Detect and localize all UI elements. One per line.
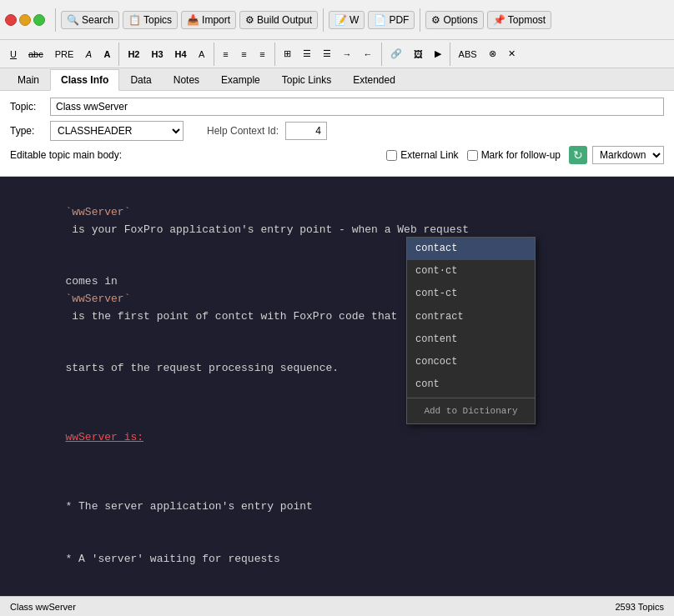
align-center-button[interactable]: ≡ — [236, 47, 253, 62]
tab-class-info[interactable]: Class Info — [50, 69, 119, 91]
right-controls: ↻ Markdown — [569, 146, 664, 164]
misc-btn3[interactable]: ⊗ — [484, 46, 501, 62]
external-link-checkbox[interactable] — [386, 150, 397, 161]
add-to-dictionary-button[interactable]: Add to Dictionary — [407, 400, 535, 423]
table-button[interactable]: ⊞ — [279, 46, 296, 62]
autocomplete-item-cont-ct[interactable]: cont·ct — [407, 260, 535, 283]
topics-label: Topics — [143, 14, 172, 26]
pdf-icon: 📄 — [374, 14, 386, 26]
fmt-sep2 — [214, 43, 214, 66]
app-window: 🔍 Search 📋 Topics 📥 Import ⚙ Build Outpu… — [0, 0, 674, 616]
build-output-button[interactable]: ⚙ Build Output — [239, 11, 318, 29]
mark-followup-checkbox-label[interactable]: Mark for follow-up — [467, 149, 561, 161]
align-right-button[interactable]: ≡ — [254, 47, 271, 62]
tab-topic-links[interactable]: Topic Links — [271, 69, 342, 91]
pre-button[interactable]: PRE — [50, 47, 79, 62]
code-span: wwServer is: — [65, 431, 143, 443]
autocomplete-item-contact[interactable]: contact — [407, 238, 535, 260]
bold-button[interactable]: A — [98, 47, 115, 62]
external-link-checkbox-label[interactable]: External Link — [386, 149, 458, 161]
tab-extended[interactable]: Extended — [342, 69, 406, 91]
status-bar: Class wwServer 2593 Topics — [0, 596, 674, 616]
link-button[interactable]: 🔗 — [385, 46, 407, 62]
search-button[interactable]: 🔍 Search — [61, 11, 119, 29]
code-span: comes in — [65, 275, 123, 288]
minimize-icon[interactable] — [19, 14, 31, 26]
topics-icon: 📋 — [128, 14, 141, 26]
word-label: W — [350, 14, 359, 26]
mark-followup-checkbox[interactable] — [467, 150, 478, 161]
tab-example[interactable]: Example — [210, 69, 271, 91]
editor-line-9: * Accepts COM or File based requests — [13, 585, 661, 596]
type-select[interactable]: CLASSHEADER — [50, 121, 184, 141]
autocomplete-item-contract[interactable]: contract — [407, 306, 535, 328]
word-button[interactable]: 📝 W — [329, 11, 365, 29]
maximize-icon[interactable] — [33, 14, 45, 26]
outdent-button[interactable]: ← — [359, 47, 378, 62]
underline-button[interactable]: U — [5, 47, 22, 62]
code-span: * A 'server' waiting for requests — [65, 553, 279, 565]
editor-line-3: starts of the request processing sequenc… — [13, 343, 661, 394]
view-mode-select[interactable]: Markdown — [592, 146, 664, 164]
fmt-sep3 — [274, 43, 275, 66]
editor-line-6 — [13, 464, 661, 482]
misc-btn4[interactable]: ✕ — [503, 46, 521, 62]
list-ul-button[interactable]: ☰ — [298, 46, 316, 62]
type-label: Type: — [10, 125, 43, 137]
autocomplete-dropdown: contact cont·ct cont-ct contract content… — [406, 237, 536, 424]
indent-button[interactable]: → — [338, 47, 357, 62]
autocomplete-divider — [407, 398, 535, 398]
autocomplete-item-cont[interactable]: cont — [407, 373, 535, 396]
code-span: is the first point of contct with FoxPro… — [65, 310, 397, 323]
help-context-input[interactable] — [285, 122, 327, 140]
build-label: Build Output — [257, 14, 312, 26]
misc-btn2[interactable]: ABS — [454, 47, 482, 62]
import-label: Import — [202, 14, 230, 26]
editor-line-1: `wwServer` is your FoxPro application's … — [13, 187, 661, 256]
code-span: starts of the request processing sequenc… — [65, 362, 339, 374]
help-context-label: Help Context Id: — [207, 125, 279, 137]
status-topics-count: 2593 Topics — [615, 602, 664, 612]
search-icon: 🔍 — [67, 14, 79, 26]
topic-input[interactable] — [50, 98, 664, 116]
autocomplete-item-cont-ct2[interactable]: cont-ct — [407, 283, 535, 305]
fmt-sep5 — [450, 43, 450, 66]
options-button[interactable]: ⚙ Options — [425, 11, 483, 29]
mark-followup-label: Mark for follow-up — [481, 149, 561, 161]
image-button[interactable]: 🖼 — [409, 47, 428, 62]
topic-label: Topic: — [10, 101, 43, 113]
autocomplete-item-concoct[interactable]: concoct — [407, 351, 535, 373]
editor-area[interactable]: `wwServer` is your FoxPro application's … — [0, 177, 674, 596]
pdf-button[interactable]: 📄 PDF — [368, 11, 415, 29]
tab-data[interactable]: Data — [119, 69, 162, 91]
close-icon[interactable] — [5, 14, 17, 26]
options-label: Options — [443, 14, 477, 26]
tab-main[interactable]: Main — [7, 69, 50, 91]
search-label: Search — [82, 14, 113, 26]
italic-button[interactable]: A — [80, 47, 97, 62]
editor-line-8: * A 'server' waiting for requests — [13, 533, 661, 585]
tab-notes[interactable]: Notes — [163, 69, 210, 91]
pdf-label: PDF — [389, 14, 409, 26]
form-area: Topic: Type: CLASSHEADER Help Context Id… — [0, 91, 674, 177]
fmt-sep4 — [381, 43, 382, 66]
topmost-button[interactable]: 📌 Topmost — [487, 11, 551, 29]
h2-button[interactable]: H2 — [123, 47, 144, 62]
word-icon: 📝 — [334, 14, 347, 26]
misc-btn1[interactable]: ▶ — [430, 46, 446, 62]
editor-line-2: comes in `wwServer` is the first point o… — [13, 256, 661, 343]
autocomplete-item-content[interactable]: content — [407, 328, 535, 351]
align-left-button[interactable]: ≡ — [218, 47, 234, 62]
sep3 — [420, 8, 420, 32]
h3-button[interactable]: H3 — [146, 47, 168, 62]
topics-button[interactable]: 📋 Topics — [123, 11, 178, 29]
editor-line-5: wwServer is: — [13, 412, 661, 463]
refresh-button[interactable]: ↻ — [569, 146, 587, 164]
format-a-button[interactable]: A — [194, 47, 210, 62]
list-ol-button[interactable]: ☰ — [318, 46, 336, 62]
editor-line-4 — [13, 395, 661, 413]
strikethrough-button[interactable]: abc — [23, 47, 48, 62]
import-button[interactable]: 📥 Import — [181, 11, 236, 29]
topmost-icon: 📌 — [493, 14, 506, 26]
h4-button[interactable]: H4 — [170, 47, 192, 62]
